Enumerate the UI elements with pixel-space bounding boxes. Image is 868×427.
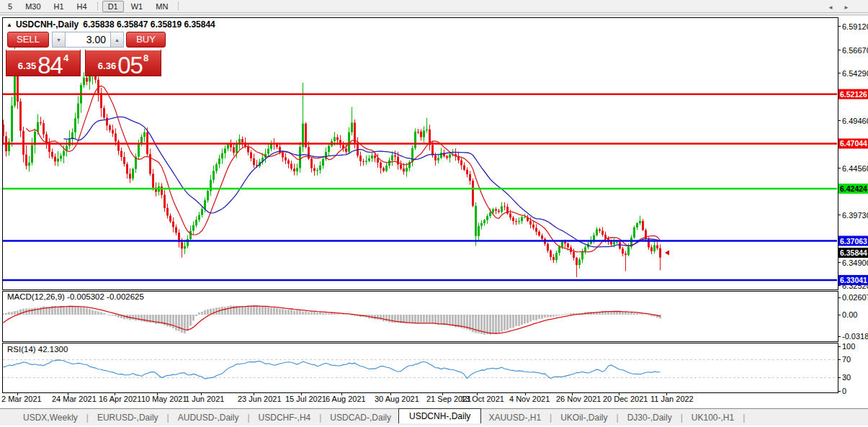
- svg-text:0.02607: 0.02607: [842, 293, 868, 302]
- buy-price-pips: 05: [117, 55, 143, 76]
- svg-text:6.37063: 6.37063: [840, 237, 867, 246]
- svg-text:6.44560: 6.44560: [842, 164, 868, 173]
- rsi-pane-border: [3, 343, 838, 393]
- svg-text:4 Nov 2021: 4 Nov 2021: [509, 395, 550, 403]
- volume-spinner: ▼ ▲: [52, 32, 124, 48]
- svg-text:6.33041: 6.33041: [840, 276, 867, 284]
- buy-button[interactable]: BUY: [126, 32, 166, 48]
- svg-text:10 May 2021: 10 May 2021: [141, 395, 187, 403]
- svg-text:-0.03187: -0.03187: [842, 332, 868, 341]
- svg-text:6.39730: 6.39730: [842, 211, 868, 220]
- svg-text:26 Nov 2021: 26 Nov 2021: [556, 395, 601, 403]
- chart-title: ▲USDCNH-,Daily6.35838 6.35847 6.35819 6.…: [6, 19, 215, 30]
- svg-text:24 Mar 2021: 24 Mar 2021: [52, 395, 97, 403]
- one-click-trade-panel: SELL ▼ ▲ BUY 6.35 84 4 6.36 05 8: [6, 32, 167, 76]
- svg-text:11 Jan 2022: 11 Jan 2022: [650, 395, 694, 403]
- svg-text:6.59120: 6.59120: [842, 22, 868, 31]
- price-levels: [3, 94, 837, 280]
- svg-text:6.56670: 6.56670: [842, 46, 868, 55]
- rsi-indicator: [4, 360, 661, 379]
- last-price-arrow-icon: [665, 251, 669, 256]
- sell-price-point: 4: [63, 53, 68, 63]
- sell-price-base: 6.35: [18, 60, 36, 71]
- svg-text:2 Mar 2021: 2 Mar 2021: [1, 395, 42, 403]
- buy-price-point: 8: [143, 53, 148, 63]
- collapse-panel-icon[interactable]: ▲: [6, 22, 12, 28]
- svg-text:13 Oct 2021: 13 Oct 2021: [461, 395, 504, 403]
- chart-tab-usdcnh-daily[interactable]: USDCNH-,Daily: [398, 408, 481, 423]
- svg-text:1 Jun 2021: 1 Jun 2021: [185, 395, 224, 403]
- svg-text:6.52126: 6.52126: [840, 90, 867, 99]
- svg-text:0.00: 0.00: [842, 310, 857, 319]
- svg-text:70: 70: [842, 355, 851, 364]
- buy-price-display[interactable]: 6.36 05 8: [85, 49, 161, 76]
- svg-text:6.49460: 6.49460: [842, 117, 868, 125]
- trading-platform-window: 5M30H1H4D1W1MN 6.591206.566706.542906.49…: [0, 0, 868, 427]
- svg-text:100: 100: [842, 342, 855, 351]
- svg-text:15 Jul 2021: 15 Jul 2021: [285, 395, 326, 403]
- svg-text:6.47044: 6.47044: [840, 139, 867, 148]
- rsi-line: [4, 360, 661, 379]
- svg-text:6.35844: 6.35844: [840, 248, 867, 257]
- volume-increase-icon[interactable]: ▲: [110, 32, 124, 48]
- rsi-indicator-label: RSI(14) 42.1300: [7, 345, 68, 354]
- macd-indicator-label: MACD(12,26,9) -0.005302 -0.002625: [7, 292, 144, 301]
- svg-text:0: 0: [842, 387, 846, 395]
- macd-indicator: [2, 305, 661, 335]
- time-axis: 2 Mar 202124 Mar 202116 Apr 202110 May 2…: [1, 392, 694, 403]
- svg-text:30: 30: [842, 373, 851, 382]
- svg-text:6.54290: 6.54290: [842, 69, 868, 78]
- svg-text:30 Aug 2021: 30 Aug 2021: [375, 395, 419, 403]
- buy-price-base: 6.36: [98, 60, 116, 71]
- sell-button[interactable]: SELL: [7, 32, 49, 48]
- volume-input[interactable]: [66, 32, 110, 48]
- sell-price-display[interactable]: 6.35 84 4: [6, 49, 81, 76]
- volume-decrease-icon[interactable]: ▼: [52, 32, 66, 48]
- svg-text:6 Aug 2021: 6 Aug 2021: [326, 395, 366, 403]
- svg-text:6.42424: 6.42424: [840, 184, 867, 193]
- svg-text:16 Apr 2021: 16 Apr 2021: [99, 395, 141, 403]
- moving-averages: [27, 86, 661, 252]
- chart-symbol-label: USDCNH-,Daily: [16, 19, 79, 30]
- svg-text:6.34900: 6.34900: [842, 259, 868, 267]
- ma-fast-line: [27, 86, 661, 252]
- macd-signal-line: [4, 306, 661, 333]
- price-axis: 6.591206.566706.542906.494606.445606.397…: [838, 22, 868, 396]
- sell-price-pips: 84: [37, 55, 63, 76]
- svg-text:23 Jun 2021: 23 Jun 2021: [238, 395, 282, 403]
- chart-ohlc-values: 6.35838 6.35847 6.35819 6.35844: [83, 19, 215, 30]
- svg-text:20 Dec 2021: 20 Dec 2021: [603, 395, 648, 403]
